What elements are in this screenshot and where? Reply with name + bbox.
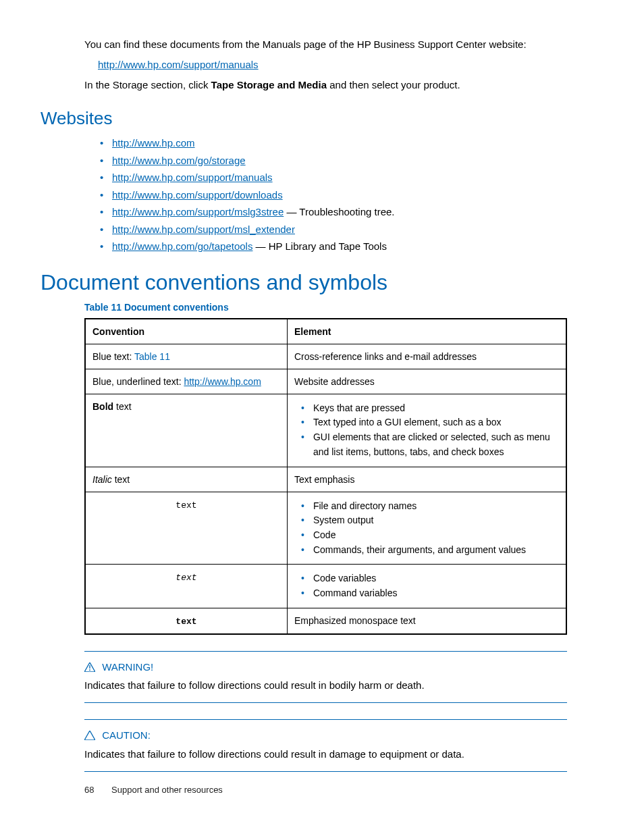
conventions-heading: Document conventions and symbols <box>41 270 583 295</box>
websites-heading: Websites <box>41 108 583 129</box>
warning-box: WARNING! Indicates that failure to follo… <box>84 651 567 704</box>
list-item: Keys that are pressed <box>301 401 559 416</box>
table-row: Blue text: Table 11 Cross-reference link… <box>85 344 566 369</box>
table-ref-link[interactable]: Table 11 <box>134 351 170 362</box>
list-item: http://www.hp.com/support/manuals <box>100 169 583 186</box>
intro-link-line: http://www.hp.com/support/manuals <box>98 57 583 72</box>
web-link[interactable]: http://www.hp.com <box>112 137 195 149</box>
table-row: Blue, underlined text: http://www.hp.com… <box>85 369 566 394</box>
hp-link[interactable]: http://www.hp.com <box>184 376 261 387</box>
page-footer: 68 Support and other resources <box>84 785 223 795</box>
caution-box: CAUTION: Indicates that failure to follo… <box>84 719 567 772</box>
table-row: Italic text Text emphasis <box>85 467 566 492</box>
svg-point-1 <box>89 669 90 671</box>
list-item: Commands, their arguments, and argument … <box>301 543 559 558</box>
web-link[interactable]: http://www.hp.com/go/tapetools <box>112 240 252 252</box>
caution-text: Indicates that failure to follow directi… <box>84 747 567 762</box>
web-link[interactable]: http://www.hp.com/support/mslg3stree <box>112 206 284 217</box>
intro-para-2: In the Storage section, click Tape Stora… <box>84 78 583 93</box>
web-link[interactable]: http://www.hp.com/go/storage <box>112 155 246 166</box>
list-item: http://www.hp.com/go/storage <box>100 152 583 170</box>
table-caption: Table 11 Document conventions <box>84 302 583 313</box>
list-item: GUI elements that are clicked or selecte… <box>301 430 559 459</box>
list-item: http://www.hp.com/go/tapetools — HP Libr… <box>100 238 583 255</box>
table-row: text Emphasized monospace text <box>85 608 566 634</box>
list-item: Code <box>301 528 559 543</box>
th-convention: Convention <box>85 319 287 344</box>
list-item: Command variables <box>301 586 559 601</box>
websites-list: http://www.hp.com http://www.hp.com/go/s… <box>100 134 583 255</box>
list-item: Code variables <box>301 571 559 586</box>
caution-icon <box>84 729 95 744</box>
list-item: http://www.hp.com/support/mslg3stree — T… <box>100 203 583 221</box>
table-row: Bold text Keys that are pressed Text typ… <box>85 394 566 467</box>
footer-title: Support and other resources <box>111 785 223 795</box>
warning-text: Indicates that failure to follow directi… <box>84 678 567 693</box>
list-item: System output <box>301 513 559 528</box>
list-item: http://www.hp.com/support/msl_extender <box>100 221 583 238</box>
th-element: Element <box>287 319 566 344</box>
web-link[interactable]: http://www.hp.com/support/downloads <box>112 189 283 201</box>
list-item: http://www.hp.com/support/downloads <box>100 186 583 204</box>
page-number: 68 <box>84 785 94 795</box>
manuals-link[interactable]: http://www.hp.com/support/manuals <box>98 59 259 70</box>
list-item: http://www.hp.com <box>100 134 583 152</box>
table-row: text Code variables Command variables <box>85 565 566 608</box>
intro-para-1: You can find these documents from the Ma… <box>84 37 583 52</box>
warning-label: WARNING! <box>102 661 153 673</box>
warning-icon <box>84 661 95 676</box>
conventions-table: Convention Element Blue text: Table 11 C… <box>84 318 567 635</box>
web-link[interactable]: http://www.hp.com/support/msl_extender <box>112 224 295 235</box>
list-item: File and directory names <box>301 499 559 514</box>
table-row: text File and directory names System out… <box>85 492 566 565</box>
list-item: Text typed into a GUI element, such as a… <box>301 415 559 430</box>
caution-label: CAUTION: <box>102 729 151 741</box>
web-link[interactable]: http://www.hp.com/support/manuals <box>112 172 273 183</box>
